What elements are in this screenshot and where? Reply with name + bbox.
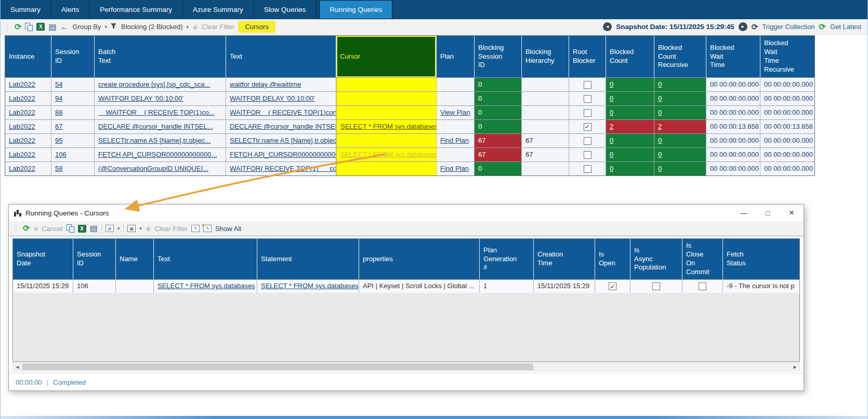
tab-slow-queries[interactable]: Slow Queries: [254, 0, 317, 19]
main-column-header-blocked-count[interactable]: Blocked Count: [606, 36, 654, 77]
grid-link[interactable]: DECLARE @cursor_handle INTSEL...: [230, 123, 336, 130]
grid-link[interactable]: WAITFOR ( RECEIVE TOP(1)co...: [98, 109, 215, 116]
grid-link[interactable]: DECLARE @cursor_handle INTSEL...: [98, 123, 213, 130]
clear-filter-button[interactable]: Clear Filter: [202, 23, 235, 31]
main-column-header-plan[interactable]: Plan: [437, 36, 475, 77]
checkbox[interactable]: [584, 109, 591, 117]
count-link[interactable]: 0: [610, 137, 613, 144]
copy-icon[interactable]: [25, 23, 33, 31]
main-column-header-blocked-wait-time[interactable]: Blocked Wait Time: [706, 36, 760, 77]
maximize-button[interactable]: □: [756, 205, 780, 221]
checkbox[interactable]: [584, 137, 591, 145]
popup-column-header-name[interactable]: Name: [116, 239, 154, 279]
row-detail-icon[interactable]: ▤: [48, 23, 56, 31]
back-arrow-icon[interactable]: ←: [60, 22, 69, 31]
grid-link[interactable]: 95: [55, 137, 62, 144]
checkbox[interactable]: ✓: [584, 123, 591, 131]
main-column-header-blocked-count-recursive[interactable]: Blocked Count Recursive: [654, 36, 706, 77]
grid-link[interactable]: Lab2022: [9, 151, 35, 158]
count-link[interactable]: 0: [610, 165, 613, 172]
checkbox[interactable]: ✓: [609, 282, 616, 290]
popup-column-header-text[interactable]: Text: [154, 239, 257, 279]
grid-link[interactable]: 54: [55, 80, 62, 88]
scroll-right-button[interactable]: ►: [791, 363, 799, 371]
grid-link[interactable]: Lab2022: [9, 109, 35, 116]
group-by-caret-icon[interactable]: ▾: [104, 24, 107, 30]
main-column-header-blocking-hierarchy[interactable]: Blocking Hierarchy: [522, 36, 569, 77]
column-chooser-icon[interactable]: ▦: [127, 225, 136, 232]
filter-funnel-icon[interactable]: [111, 22, 117, 32]
grid-link[interactable]: SELECTtr.name AS [Name],tr.objec...: [98, 137, 211, 144]
main-column-header-blocked-wait-time-recursive[interactable]: Blocked Wait Time Recursive: [760, 36, 814, 77]
refresh-icon[interactable]: ⟳: [15, 23, 21, 31]
cursor-link[interactable]: SELECT * FROM sys.databases: [340, 123, 437, 130]
grid-link[interactable]: FETCH API_CURSOR000000000000...: [230, 151, 336, 158]
grid-link[interactable]: SELECT * FROM sys.databases: [261, 282, 359, 290]
main-column-header-text[interactable]: Text: [226, 36, 336, 77]
next-snapshot-button[interactable]: ►: [739, 22, 747, 31]
grid-link[interactable]: View Plan: [440, 109, 470, 116]
main-column-header-batch-text[interactable]: Batch Text: [95, 36, 226, 77]
grid-link[interactable]: SELECTtr.name AS [Name],tr.objec...: [230, 137, 336, 144]
main-column-header-cursor[interactable]: Cursor: [336, 36, 437, 77]
grid-link[interactable]: Find Plan: [440, 137, 469, 144]
checkbox[interactable]: [584, 151, 591, 159]
row-detail-icon[interactable]: ▤: [90, 224, 98, 233]
tab-performance-summary[interactable]: Performance Summary: [90, 0, 183, 19]
grid-link[interactable]: WAITFOR ( RECEIVE TOP(1)conv...: [230, 109, 336, 116]
grid-link[interactable]: (@ConversationGroupID UNIQUEI...: [98, 165, 208, 172]
layout-options-icon[interactable]: @: [106, 225, 114, 232]
popup-column-header-plan-generation[interactable]: Plan Generation #: [480, 239, 534, 279]
show-all-button[interactable]: Show All: [215, 225, 241, 233]
clear-filter-button[interactable]: Clear Filter: [155, 225, 188, 233]
trigger-collection-button[interactable]: Trigger Collection: [762, 23, 814, 31]
collapse-window-icon[interactable]: ↰: [191, 225, 200, 232]
popup-column-header-properties[interactable]: properties: [359, 239, 480, 279]
grid-link[interactable]: 88: [55, 109, 62, 116]
count-link[interactable]: 0: [658, 80, 662, 88]
tab-azure-summary[interactable]: Azure Summary: [183, 0, 254, 19]
tab-summary[interactable]: Summary: [1, 0, 51, 19]
get-latest-button[interactable]: Get Latest: [830, 23, 861, 31]
cursor-link[interactable]: SELECT * FROM sys.databases: [340, 151, 437, 158]
popup-column-header-creation-time[interactable]: Creation Time: [534, 239, 595, 279]
count-link[interactable]: 0: [610, 151, 613, 158]
grid-link[interactable]: Lab2022: [9, 94, 35, 102]
group-by-button[interactable]: Group By: [73, 23, 101, 31]
export-excel-icon[interactable]: X: [36, 23, 45, 31]
cursors-button[interactable]: Cursors: [238, 21, 275, 33]
checkbox[interactable]: [699, 282, 706, 290]
count-link[interactable]: 2: [610, 123, 613, 130]
count-link[interactable]: 0: [658, 94, 662, 102]
tab-running-queries[interactable]: Running Queries: [319, 0, 392, 19]
minimize-button[interactable]: —: [732, 205, 756, 221]
popup-column-header-is-close-on-commit[interactable]: Is Close On Commit: [682, 239, 723, 279]
checkbox[interactable]: [652, 282, 660, 290]
get-latest-icon[interactable]: ⟳: [819, 23, 826, 31]
grid-link[interactable]: 67: [55, 123, 62, 130]
scroll-left-button[interactable]: ◄: [13, 363, 22, 371]
column-chooser-caret-icon[interactable]: ▾: [139, 226, 142, 231]
grid-link[interactable]: WAITFOR DELAY '00:10:00': [230, 94, 315, 102]
popup-column-header-fetch-status[interactable]: Fetch Status: [723, 239, 800, 279]
blocking-filter-button[interactable]: Blocking (2 Blocked): [121, 23, 183, 31]
count-link[interactable]: 0: [658, 151, 662, 158]
grid-link[interactable]: Lab2022: [9, 137, 35, 144]
popup-column-header-is-async-population[interactable]: Is Async Population: [630, 239, 682, 279]
blocking-filter-caret-icon[interactable]: ▾: [186, 24, 189, 30]
copy-icon[interactable]: [67, 224, 74, 233]
export-excel-icon[interactable]: X: [78, 225, 86, 233]
checkbox[interactable]: [584, 165, 591, 173]
popup-column-header-snapshot-date[interactable]: Snapshot Date: [13, 239, 73, 279]
refresh-icon[interactable]: ⟳: [23, 224, 30, 233]
tab-alerts[interactable]: Alerts: [51, 0, 90, 19]
checkbox[interactable]: [584, 81, 591, 89]
popup-column-header-is-open[interactable]: Is Open: [595, 239, 630, 279]
scrollbar-thumb[interactable]: [22, 363, 533, 370]
grid-link[interactable]: 106: [55, 151, 67, 158]
popup-column-header-session-id[interactable]: Session ID: [73, 239, 116, 279]
main-column-header-root-blocker[interactable]: Root Blocker: [569, 36, 606, 77]
grid-link[interactable]: WAITFOR DELAY '00:10:00': [98, 94, 183, 102]
previous-snapshot-button[interactable]: ◄: [603, 22, 612, 31]
count-link[interactable]: 0: [610, 109, 613, 116]
